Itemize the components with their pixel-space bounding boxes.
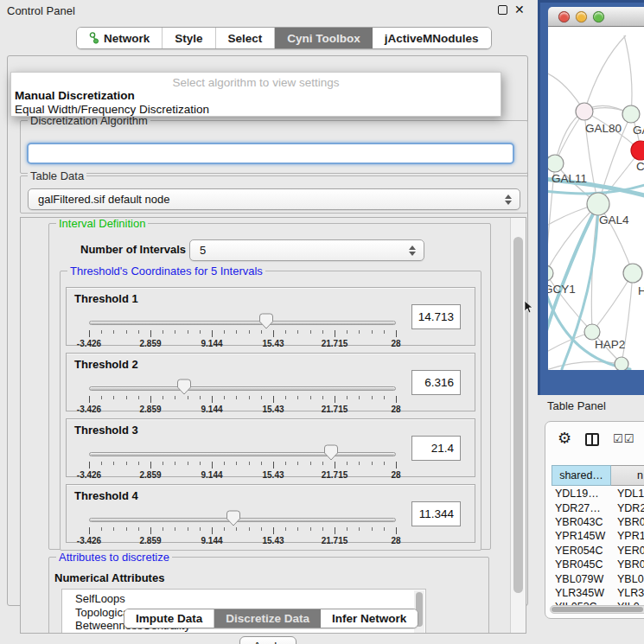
table-row[interactable]: YBL079WYBL0 bbox=[552, 571, 644, 585]
slider-track[interactable] bbox=[89, 518, 396, 522]
slider-tick bbox=[138, 330, 139, 334]
slider-track[interactable] bbox=[89, 386, 396, 391]
threshold-1-slider[interactable]: -3.4262.8599.14415.4321.71528 bbox=[89, 314, 396, 347]
zoom-traffic-light-icon[interactable] bbox=[593, 11, 604, 22]
network-edge[interactable] bbox=[592, 273, 633, 332]
tab-select[interactable]: Select bbox=[216, 28, 276, 48]
dropdown-option-manual-discretization[interactable]: Manual Discretization bbox=[13, 89, 499, 103]
table-cell[interactable]: YDL1 bbox=[611, 488, 644, 500]
threshold-label: Threshold 3 bbox=[74, 424, 138, 437]
table-cell[interactable]: YBR0 bbox=[611, 516, 644, 528]
threshold-value-field[interactable]: 21.4 bbox=[411, 436, 461, 461]
table-cell[interactable]: YER054C bbox=[552, 545, 611, 557]
network-view-content[interactable]: GAL80GACGAL11GAL4GCY1HHAP2 bbox=[548, 27, 644, 370]
panel-scrollbar[interactable] bbox=[510, 218, 526, 633]
slider-thumb[interactable] bbox=[177, 379, 192, 395]
slider-tick bbox=[396, 527, 397, 534]
slider-tick bbox=[89, 462, 90, 469]
table-row[interactable]: YDL19…YDL1 bbox=[552, 487, 644, 501]
attribute-item-selfloops[interactable]: SelfLoops bbox=[62, 592, 425, 606]
gear-icon[interactable]: ⚙ bbox=[558, 429, 571, 448]
table-cell[interactable]: YDL19… bbox=[552, 488, 611, 500]
table-row[interactable]: YPR145WYPR1 bbox=[552, 529, 644, 543]
column-header-shared[interactable]: shared… bbox=[552, 465, 611, 486]
slider-tick bbox=[113, 330, 114, 334]
tab-network[interactable]: Network bbox=[77, 28, 163, 48]
table-cell[interactable]: YLR345W bbox=[552, 587, 611, 599]
network-edge[interactable] bbox=[584, 35, 626, 112]
slider-track[interactable] bbox=[89, 321, 396, 325]
table-cell[interactable]: YBL0 bbox=[611, 573, 644, 585]
float-window-icon[interactable] bbox=[498, 5, 507, 15]
tab-discretize-data[interactable]: Discretize Data bbox=[214, 609, 321, 628]
thresholds-group: Threshold's Coordinates for 5 Intervals … bbox=[60, 271, 481, 551]
slider-tick-label: 2.859 bbox=[139, 339, 161, 348]
table-cell[interactable]: YBR045C bbox=[552, 558, 611, 571]
table-row[interactable]: YBR045CYBR0 bbox=[552, 558, 644, 571]
network-edge[interactable] bbox=[624, 35, 632, 114]
table-cell[interactable]: YER0 bbox=[611, 545, 644, 557]
minimize-traffic-light-icon[interactable] bbox=[576, 11, 587, 22]
network-node-h[interactable] bbox=[623, 264, 642, 283]
table-cell[interactable]: YBR043C bbox=[552, 516, 611, 528]
table-row[interactable]: YBR043CYBR0 bbox=[552, 515, 644, 529]
slider-track[interactable] bbox=[89, 452, 396, 456]
slider-thumb[interactable] bbox=[226, 510, 240, 526]
split-columns-icon[interactable] bbox=[585, 433, 599, 446]
tab-jactivemnodules[interactable]: jActiveMNodules bbox=[373, 28, 491, 48]
network-window-titlebar[interactable] bbox=[548, 7, 644, 27]
table-row[interactable]: YLR345WYLR3 bbox=[552, 586, 644, 600]
tab-impute-data[interactable]: Impute Data bbox=[124, 609, 214, 628]
threshold-3-slider[interactable]: -3.4262.8599.14415.4321.71528 bbox=[89, 445, 396, 478]
apply-button[interactable]: Apply bbox=[239, 636, 296, 644]
algorithm-combobox[interactable] bbox=[27, 143, 514, 164]
slider-tick bbox=[163, 462, 163, 465]
tab-style[interactable]: Style bbox=[163, 28, 215, 48]
network-node-gcy1[interactable] bbox=[548, 265, 553, 281]
tab-infer-network[interactable]: Infer Network bbox=[321, 609, 418, 628]
slider-thumb[interactable] bbox=[324, 444, 339, 461]
table-cell[interactable]: YBR0 bbox=[611, 558, 644, 571]
network-node-ga[interactable] bbox=[622, 105, 640, 123]
panel-scrollbar-thumb[interactable] bbox=[513, 237, 523, 593]
table-row[interactable]: YDR27…YDR2 bbox=[552, 501, 644, 514]
close-traffic-light-icon[interactable] bbox=[558, 11, 570, 22]
column-header-n[interactable]: n bbox=[611, 465, 644, 486]
table-row[interactable]: YER054CYER0 bbox=[552, 544, 644, 558]
tab-cyni-toolbox[interactable]: Cyni Toolbox bbox=[275, 28, 373, 48]
slider-tick bbox=[101, 396, 102, 399]
table-cell[interactable]: YDR27… bbox=[552, 502, 611, 514]
network-node-gal80[interactable] bbox=[576, 103, 593, 120]
threshold-value-field[interactable]: 6.316 bbox=[411, 370, 461, 395]
slider-thumb[interactable] bbox=[258, 313, 273, 329]
network-node-gal4[interactable] bbox=[587, 193, 609, 215]
slider-tick bbox=[310, 330, 311, 334]
slider-tick bbox=[175, 330, 175, 334]
threshold-value-field[interactable]: 14.713 bbox=[411, 304, 461, 329]
slider-tick bbox=[224, 462, 225, 465]
slider-tick bbox=[200, 396, 201, 399]
slider-tick bbox=[285, 396, 286, 399]
table-cell[interactable]: YPR1 bbox=[611, 530, 644, 542]
network-node[interactable] bbox=[615, 357, 628, 370]
stepper-icon[interactable] bbox=[406, 240, 418, 260]
select-columns-icon[interactable]: ☑☑ bbox=[613, 432, 634, 445]
table-cell[interactable]: YDR2 bbox=[611, 502, 644, 514]
table-cell[interactable]: YPR145W bbox=[552, 530, 611, 542]
threshold-value-field[interactable]: 11.344 bbox=[411, 501, 461, 526]
threshold-4-slider[interactable]: -3.4262.8599.14415.4321.71528 bbox=[89, 511, 396, 544]
table-hscrollbar[interactable] bbox=[550, 605, 644, 614]
table-cell[interactable]: YBL079W bbox=[552, 573, 611, 585]
table-cell[interactable]: YLR3 bbox=[611, 587, 644, 599]
stepper-icon[interactable] bbox=[502, 189, 514, 209]
close-icon[interactable]: ✕ bbox=[514, 3, 525, 16]
slider-tick bbox=[200, 330, 201, 334]
threshold-2-slider[interactable]: -3.4262.8599.14415.4321.71528 bbox=[89, 379, 396, 412]
slider-tick bbox=[163, 527, 163, 531]
network-edge[interactable] bbox=[548, 204, 598, 273]
dropdown-option-equal-width-frequency-discretization[interactable]: Equal Width/Frequency Discretization bbox=[13, 103, 499, 117]
table-data-combobox[interactable]: galFiltered.sif default node bbox=[28, 188, 520, 210]
network-node-gal11[interactable] bbox=[548, 155, 564, 172]
number-of-intervals-combobox[interactable]: 5 bbox=[189, 239, 424, 261]
table-hscrollbar-thumb[interactable] bbox=[552, 607, 643, 612]
